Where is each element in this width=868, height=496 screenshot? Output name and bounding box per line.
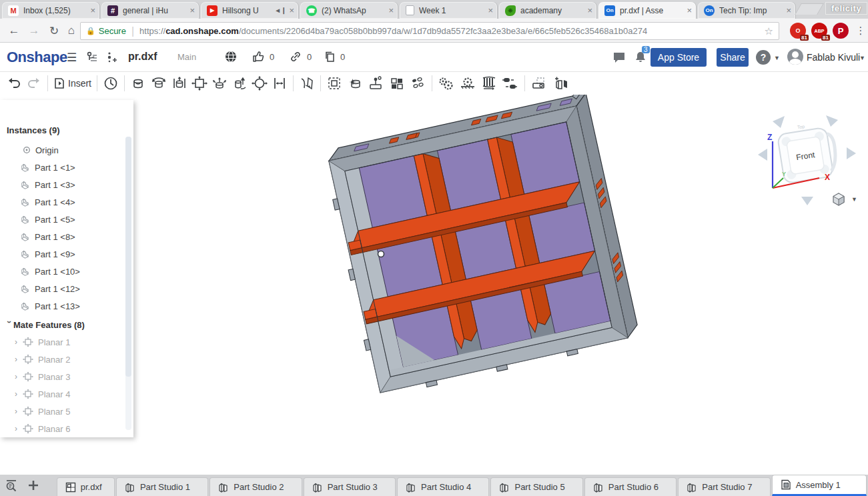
onshape-logo[interactable]: Onshape [7,49,67,66]
browser-tab-youtube[interactable]: ▶ Hillsong U ◄❙ × [201,2,298,19]
instances-header[interactable]: Instances (9) [7,125,59,135]
forward-icon[interactable]: → [25,22,43,39]
browser-tab-techtip[interactable]: On Tech Tip: Imp × [698,2,795,19]
chevron-right-icon[interactable]: › [15,372,23,381]
pinterest-extension-icon[interactable]: P [833,23,849,39]
insert-button[interactable]: Insert [51,74,93,93]
element-tab-partstudio1[interactable]: Part Studio 1 [116,477,208,496]
parallel-mate-icon[interactable] [270,74,290,93]
new-tab-button[interactable] [795,3,824,15]
revolute-mate-icon[interactable] [148,74,169,93]
browser-tab-gmail[interactable]: M Inbox (1,525) × [2,2,99,19]
document-title[interactable]: pr.dxf [128,51,157,63]
list-item-origin[interactable]: Origin [0,141,124,159]
mate-item-planar[interactable]: ›Planar 4 [0,385,124,403]
reload-icon[interactable]: ↻ [45,22,63,39]
user-menu-caret-icon[interactable]: ▼ [859,55,865,61]
element-tab-partstudio7[interactable]: Part Studio 7 [678,477,770,496]
group-icon[interactable] [324,74,344,93]
browser-tab-academany[interactable]: ❈ academany × [499,2,596,19]
mate-item-planar[interactable]: ›Planar 1 [0,333,124,351]
onetab-extension-icon[interactable]: O 81 [790,23,806,39]
list-item-part[interactable]: Part 1 <1> [0,159,124,176]
snapshot-icon[interactable] [528,74,551,93]
element-tab-partstudio2[interactable]: Part Studio 2 [209,477,302,496]
origin-marker[interactable] [378,251,384,257]
redo-icon[interactable] [24,74,44,93]
adblock-extension-icon[interactable]: ABP 81 [811,23,827,39]
element-tab-drawing[interactable]: pr.dxf [57,477,115,496]
slider-mate-icon[interactable] [169,74,189,93]
panel-scrollbar-thumb[interactable] [125,137,131,377]
browser-tab-whatsapp[interactable]: ☎ (2) WhatsAp × [300,2,398,19]
element-tab-partstudio4[interactable]: Part Studio 4 [397,477,489,496]
chevron-right-icon[interactable]: › [15,355,23,364]
chevron-right-icon[interactable]: › [15,407,23,416]
revert-icon[interactable] [101,74,121,93]
user-name[interactable]: Fablab Kivuli [807,52,860,63]
home-icon[interactable]: ⌂ [63,22,80,39]
back-icon[interactable]: ← [5,22,23,39]
avatar[interactable] [787,49,803,65]
mate-item-planar[interactable]: ›Planar 5 [0,403,124,420]
list-item-part[interactable]: Part 1 <10> [0,263,124,280]
screw-relation-icon[interactable] [478,74,500,93]
cylindrical-mate-icon[interactable] [230,74,250,93]
app-store-button[interactable]: App Store [650,48,707,67]
list-item-part[interactable]: Part 1 <13> [0,297,124,315]
copies-icon[interactable] [324,51,336,66]
close-icon[interactable]: × [488,5,493,15]
manage-tabs-icon[interactable] [0,475,23,496]
list-item-part[interactable]: Part 1 <3> [0,176,124,193]
chrome-menu-icon[interactable]: ⋮ [852,22,868,39]
mate-features-header[interactable]: › Mate Features (8) [0,316,124,333]
add-tab-icon[interactable] [23,475,45,496]
browser-tab-week1[interactable]: Week 1 × [400,2,497,19]
display-mode-dropdown[interactable]: ▼ [831,192,857,207]
replicate-icon[interactable] [387,74,407,93]
fastened-mate-icon[interactable] [128,74,148,93]
undo-icon[interactable] [4,74,24,93]
tangent-mate-icon[interactable] [297,74,317,93]
gear-relation-icon[interactable] [436,74,457,93]
assembly-3d-model[interactable] [133,95,774,475]
workspace-name[interactable]: Main [177,52,196,62]
element-tab-assembly1[interactable]: Assembly 1 [772,475,867,496]
pattern-icon[interactable] [407,74,428,93]
close-icon[interactable]: × [289,5,294,15]
notifications-bell-icon[interactable]: 3 [634,51,647,67]
ball-mate-icon[interactable] [209,74,230,93]
mate-connector-icon[interactable] [344,74,366,93]
element-tab-partstudio6[interactable]: Part Studio 6 [584,477,677,496]
url-text[interactable]: https://cad.onshape.com/documents/2206d4… [139,26,647,36]
close-icon[interactable]: × [587,5,592,15]
display-mode-caret-icon[interactable]: ▼ [851,196,857,203]
like-icon[interactable] [252,51,265,66]
help-button[interactable]: ? [756,50,771,65]
close-icon[interactable]: × [90,5,95,15]
chevron-right-icon[interactable]: › [15,424,23,433]
hamburger-menu-icon[interactable]: ☰ [67,51,77,65]
list-item-part[interactable]: Part 1 <12> [0,280,124,297]
audio-playing-icon[interactable]: ◄❙ [274,7,286,14]
rack-pinion-relation-icon[interactable] [457,74,478,93]
list-item-part[interactable]: Part 1 <9> [0,245,124,263]
exploded-view-icon[interactable] [551,74,572,93]
list-item-part[interactable]: Part 1 <5> [0,211,124,228]
chevron-right-icon[interactable]: › [15,337,23,347]
list-item-part[interactable]: Part 1 <8> [0,228,124,245]
share-button[interactable]: Share [717,48,749,67]
panel-scrollbar[interactable] [125,137,131,430]
element-tab-partstudio5[interactable]: Part Studio 5 [490,477,582,496]
belt-relation-icon[interactable] [500,74,521,93]
close-icon[interactable]: × [786,5,791,15]
close-icon[interactable]: × [687,5,692,15]
close-icon[interactable]: × [189,5,195,15]
mate-item-planar[interactable]: ›Planar 3 [0,368,124,385]
mate-item-planar[interactable]: ›Planar 6 [0,420,124,437]
versions-icon[interactable] [85,51,99,67]
close-icon[interactable]: × [388,5,394,15]
planar-mate-icon[interactable] [189,74,209,93]
address-bar[interactable]: 🔒 Secure | https://cad.onshape.com/docum… [80,22,779,40]
chevron-right-icon[interactable]: › [15,389,23,399]
